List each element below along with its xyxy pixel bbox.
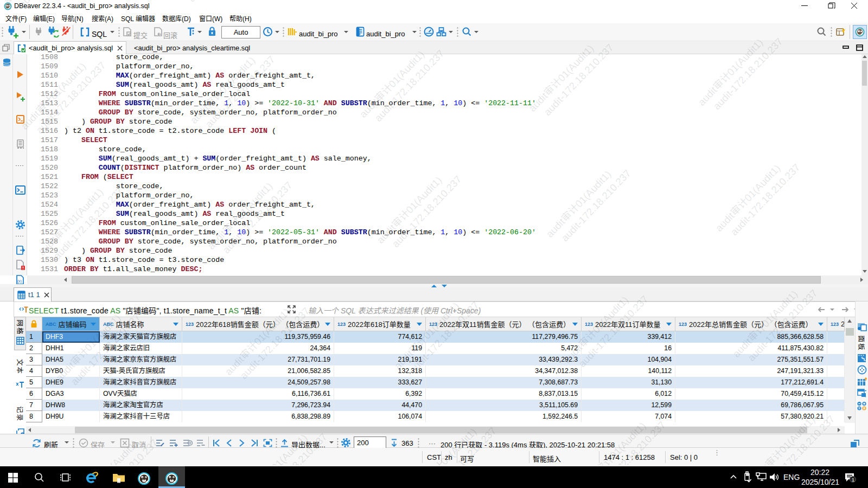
svg-text:(x): (x) [17, 279, 22, 284]
svg-text:1: 1 [852, 477, 854, 483]
